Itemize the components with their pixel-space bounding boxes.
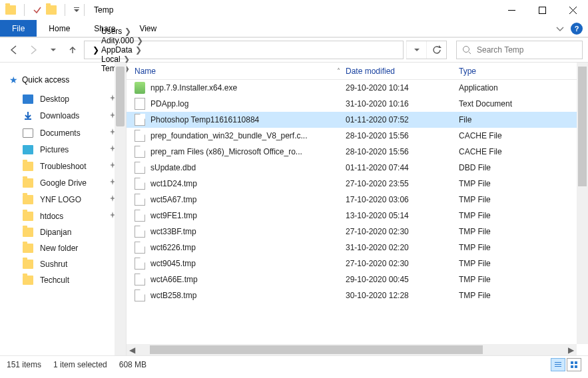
refresh-button[interactable] (426, 41, 446, 59)
folder-icon (5, 5, 16, 15)
file-row[interactable]: wct5A67.tmp17-10-2020 03:06TMP File (127, 192, 588, 208)
breadcrumb-segment[interactable]: AppData (101, 45, 133, 55)
sidebar-item-label: YNF LOGO (40, 195, 81, 204)
file-type: CACHE File (459, 131, 588, 140)
vertical-scrollbar[interactable] (577, 63, 588, 344)
file-type: TMP File (459, 211, 588, 220)
close-button[interactable] (557, 0, 588, 20)
file-name: wct33BF.tmp (150, 227, 196, 236)
sidebar-item[interactable]: YNF LOGO (7, 191, 126, 208)
svg-rect-11 (575, 365, 577, 368)
file-type: TMP File (459, 227, 588, 236)
breadcrumb-segment[interactable]: Users (101, 27, 122, 36)
svg-rect-6 (555, 364, 561, 365)
checkmark-icon[interactable] (33, 5, 42, 15)
file-row[interactable]: prep_ram Files (x86)_Microsoft Office_ro… (127, 144, 588, 160)
file-row[interactable]: npp.7.9.Installer.x64.exe29-10-2020 10:1… (127, 80, 588, 96)
view-thumbnails-button[interactable] (567, 358, 581, 371)
scroll-left-icon[interactable]: ◀ (127, 344, 138, 355)
chevron-right-icon[interactable]: ❯ (93, 45, 99, 55)
quick-access-header[interactable]: ★ Quick access (7, 72, 126, 91)
file-icon (135, 146, 145, 158)
sidebar-item[interactable]: Sushrut (7, 256, 126, 272)
status-item-count: 151 items (7, 360, 41, 369)
view-details-button[interactable] (551, 358, 565, 371)
horizontal-scrollbar[interactable]: ◀ ▶ (127, 344, 577, 355)
file-name: npp.7.9.Installer.x64.exe (150, 83, 237, 93)
back-button[interactable] (5, 41, 23, 59)
file-type: DBD File (459, 163, 588, 172)
file-icon (135, 98, 145, 110)
sidebar-item-label: Sushrut (40, 260, 67, 269)
file-icon (135, 289, 145, 301)
svg-rect-4 (25, 118, 31, 120)
sidebar-item[interactable]: Troubleshoot (7, 158, 126, 174)
file-row[interactable]: wct9FE1.tmp13-10-2020 05:14TMP File (127, 208, 588, 224)
column-type[interactable]: Type (459, 67, 588, 76)
file-row[interactable]: PDApp.log31-10-2020 10:16Text Document (127, 96, 588, 112)
recent-dropdown[interactable] (45, 41, 62, 59)
sidebar-item-label: Documents (40, 128, 81, 138)
sidebar-item[interactable]: Downloads (7, 107, 126, 124)
file-name: wct9045.tmp (150, 259, 196, 268)
file-row[interactable]: prep_foundation_win32_bundle_V8_perf.c..… (127, 128, 588, 144)
sidebar-item[interactable]: Techcult (7, 272, 126, 288)
file-row[interactable]: wctB258.tmp30-10-2020 12:28TMP File (127, 287, 588, 303)
file-row[interactable]: wct9045.tmp27-10-2020 02:30TMP File (127, 256, 588, 272)
qat-dropdown-icon[interactable] (73, 7, 80, 13)
column-date[interactable]: Date modified (346, 67, 459, 76)
breadcrumb[interactable]: ❯ Users❯Adity.000❯AppData❯Local❯Temp❯ (84, 41, 404, 59)
minimize-button[interactable] (496, 0, 527, 20)
file-row[interactable]: Photoshop Temp1161611088401-11-2020 07:5… (127, 112, 588, 128)
file-icon (135, 226, 145, 238)
scroll-right-icon[interactable]: ▶ (565, 344, 577, 355)
sidebar-item[interactable]: New folder (7, 240, 126, 256)
file-name: wct5A67.tmp (150, 195, 196, 204)
sidebar-item-label: Pictures (40, 145, 69, 154)
file-name: wct1D24.tmp (150, 179, 197, 188)
file-row[interactable]: wct6226.tmp31-10-2020 02:20TMP File (127, 240, 588, 256)
sidebar-item[interactable]: Desktop (7, 91, 126, 107)
file-type: TMP File (459, 243, 588, 252)
file-date: 28-10-2020 15:56 (346, 147, 459, 156)
nav-scrollbar[interactable] (115, 63, 126, 355)
sidebar-item-label: Downloads (40, 111, 79, 120)
file-row[interactable]: wctA66E.tmp29-10-2020 00:45TMP File (127, 272, 588, 287)
sidebar-item[interactable]: Pictures (7, 141, 126, 158)
sidebar-item[interactable]: Documents (7, 124, 126, 141)
svg-rect-2 (539, 7, 545, 13)
sidebar-item[interactable]: Dipanjan (7, 224, 126, 240)
file-row[interactable]: wct33BF.tmp27-10-2020 02:30TMP File (127, 224, 588, 240)
breadcrumb-segment[interactable]: Adity.000 (101, 36, 134, 45)
chevron-right-icon[interactable]: ❯ (137, 36, 143, 45)
svg-rect-0 (74, 7, 79, 8)
sidebar-item-label: Techcult (40, 276, 69, 285)
qat-folder-icon[interactable] (46, 5, 57, 15)
forward-button[interactable] (25, 41, 43, 59)
chevron-right-icon[interactable]: ❯ (135, 45, 142, 55)
file-tab[interactable]: File (0, 20, 37, 37)
maximize-button[interactable] (527, 0, 557, 20)
column-name[interactable]: Name˄ (135, 67, 346, 76)
chevron-right-icon[interactable]: ❯ (125, 27, 131, 36)
file-date: 01-11-2020 07:52 (346, 115, 459, 124)
sidebar-item-label: Google Drive (40, 178, 87, 188)
tab-home[interactable]: Home (37, 20, 82, 37)
file-row[interactable]: wct1D24.tmp27-10-2020 23:55TMP File (127, 176, 588, 192)
file-icon (135, 242, 145, 254)
title-bar: Temp (0, 0, 588, 20)
file-date: 01-11-2020 07:44 (346, 163, 459, 172)
sidebar-item[interactable]: Google Drive (7, 174, 126, 191)
svg-rect-5 (555, 362, 561, 363)
sidebar-item[interactable]: htdocs (7, 208, 126, 224)
search-input[interactable] (477, 45, 577, 55)
file-row[interactable]: sUpdate.dbd01-11-2020 07:44DBD File (127, 160, 588, 176)
address-dropdown[interactable] (406, 41, 426, 59)
file-name: prep_foundation_win32_bundle_V8_perf.c..… (150, 131, 308, 140)
file-list-pane: Name˄ Date modified Type npp.7.9.Install… (127, 63, 588, 355)
help-button[interactable]: ? (571, 23, 583, 35)
up-button[interactable] (65, 41, 82, 59)
file-date: 13-10-2020 05:14 (346, 211, 459, 220)
ribbon-expand-icon[interactable] (556, 25, 564, 33)
search-box[interactable] (456, 41, 583, 59)
